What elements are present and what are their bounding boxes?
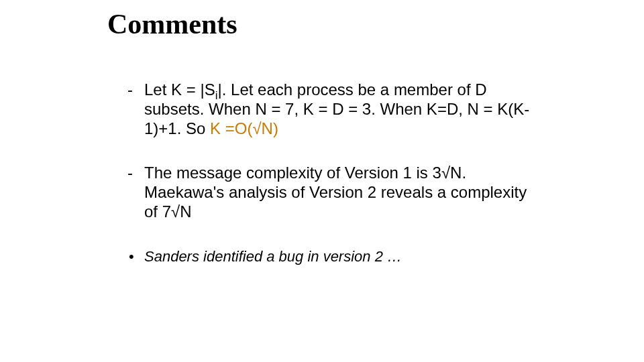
footnote: • Sanders identified a bug in version 2 … <box>127 247 530 266</box>
slide: Comments - Let K = |Si|. Let each proces… <box>0 0 644 362</box>
bullet-text-2: The message complexity of Version 1 is 3… <box>144 164 530 221</box>
dash-icon: - <box>127 164 133 183</box>
text-prefix: Let K = |S <box>144 80 215 99</box>
highlight-complexity: K =O(√N) <box>210 119 278 137</box>
bullet-item-1: - Let K = |Si|. Let each process be a me… <box>127 80 530 138</box>
footnote-text: Sanders identified a bug in version 2 … <box>144 248 402 265</box>
bullet-icon: • <box>129 247 134 266</box>
bullet-item-2: - The message complexity of Version 1 is… <box>127 164 530 221</box>
bullet-text-1: Let K = |Si|. Let each process be a memb… <box>144 80 530 138</box>
slide-title: Comments <box>107 8 237 40</box>
dash-icon: - <box>127 80 133 100</box>
slide-body: - Let K = |Si|. Let each process be a me… <box>127 80 530 265</box>
